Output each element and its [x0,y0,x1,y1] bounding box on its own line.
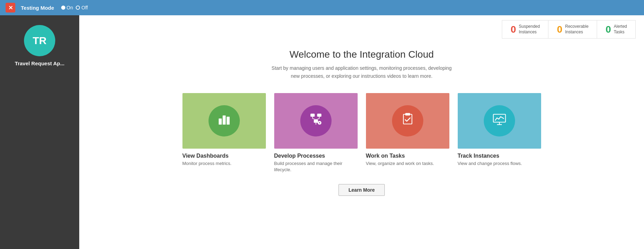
svg-rect-5 [313,120,318,123]
stats-bar: 0 SuspendedInstances 0 RecoverableInstan… [79,15,644,42]
svg-line-9 [316,119,319,120]
card-image-view-dashboards [182,93,266,149]
radio-on-label: On [67,5,73,10]
card-icon-work-on-tasks [400,112,415,130]
card-image-track-instances [458,93,541,149]
card-work-on-tasks[interactable]: Work on Tasks View, organize and work on… [366,93,449,173]
welcome-title: Welcome to the Integration Cloud [93,49,630,60]
card-title-work-on-tasks: Work on Tasks [366,153,449,159]
card-title-track-instances: Track Instances [458,153,541,159]
svg-rect-14 [403,114,412,124]
stat-item-alerted[interactable]: 0 AlertedTasks [597,20,636,39]
card-icon-circle-work-on-tasks [392,105,423,136]
stat-item-suspended[interactable]: 0 SuspendedInstances [502,20,548,39]
svg-rect-1 [222,116,226,125]
card-icon-circle-develop-processes [300,105,332,136]
card-desc-develop-processes: Build processes and manage their lifecyc… [274,160,358,173]
card-title-develop-processes: Develop Processes [274,153,358,159]
card-title-view-dashboards: View Dashboards [182,153,266,159]
stat-label-alerted: AlertedTasks [614,24,627,35]
radio-off-label: Off [81,5,88,10]
card-icon-view-dashboards [217,112,231,130]
card-desc-work-on-tasks: View, organize and work on tasks. [366,160,449,167]
radio-off-circle [76,6,80,10]
card-image-work-on-tasks [366,93,449,149]
stat-item-recoverable[interactable]: 0 RecoverableInstances [548,20,597,39]
svg-rect-0 [219,119,222,125]
card-image-develop-processes [274,93,358,149]
card-desc-track-instances: View and change process flows. [458,160,541,167]
radio-on[interactable]: On [61,5,73,10]
svg-rect-15 [405,113,410,116]
learn-more-button[interactable]: Learn More [339,184,385,196]
avatar: TR [24,25,55,56]
sidebar: TR Travel Request Ap... [0,15,79,249]
stat-count-recoverable: 0 [557,25,562,34]
card-view-dashboards[interactable]: View Dashboards Monitor process metrics. [182,93,266,173]
svg-line-8 [312,119,316,120]
welcome-subtitle: Start by managing users and application … [244,64,480,80]
app-name: Travel Request Ap... [9,60,70,66]
main-content: 0 SuspendedInstances 0 RecoverableInstan… [79,15,644,249]
svg-rect-2 [227,117,230,125]
card-desc-view-dashboards: Monitor process metrics. [182,160,266,167]
svg-rect-3 [310,114,315,117]
stat-count-alerted: 0 [605,25,611,34]
stat-label-suspended: SuspendedInstances [519,24,540,35]
svg-rect-4 [317,114,321,117]
card-develop-processes[interactable]: Develop Processes Build processes and ma… [274,93,358,173]
cards-section: View Dashboards Monitor process metrics. [79,83,644,180]
card-track-instances[interactable]: Track Instances View and change process … [458,93,541,173]
card-icon-track-instances [492,112,507,130]
layout: TR Travel Request Ap... 0 SuspendedInsta… [0,15,644,249]
stat-count-suspended: 0 [511,25,516,34]
radio-on-circle [61,6,65,10]
testing-mode-label: Testing Mode [21,5,54,11]
card-icon-circle-view-dashboards [209,105,240,136]
radio-off[interactable]: Off [76,5,88,10]
welcome-section: Welcome to the Integration Cloud Start b… [79,42,644,83]
radio-group-mode: On Off [61,5,88,10]
card-icon-develop-processes [309,112,323,130]
stat-label-recoverable: RecoverableInstances [565,24,588,35]
card-icon-circle-track-instances [484,105,515,136]
avatar-initials: TR [33,35,47,47]
learn-more-bar: Learn More [79,180,644,203]
top-bar: ✕ Testing Mode On Off [0,0,644,15]
close-button[interactable]: ✕ [6,3,15,13]
